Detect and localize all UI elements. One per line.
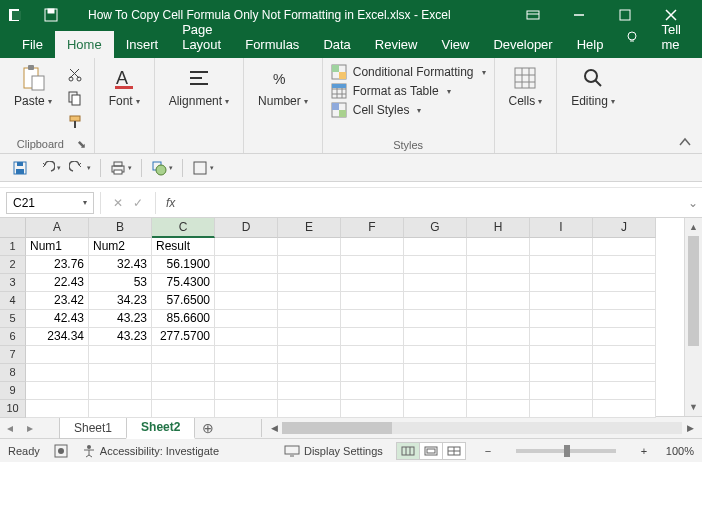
cell[interactable] (593, 256, 656, 274)
format-as-table-button[interactable]: Format as Table▾ (331, 83, 486, 99)
alignment-button[interactable]: Alignment▾ (163, 62, 235, 110)
cell[interactable] (404, 364, 467, 382)
chevron-down-icon[interactable]: ▾ (83, 198, 87, 207)
cell[interactable] (593, 310, 656, 328)
cell[interactable] (278, 328, 341, 346)
save-button[interactable] (8, 157, 32, 179)
ribbon-options-icon[interactable] (510, 0, 556, 30)
tab-formulas[interactable]: Formulas (233, 31, 311, 58)
cell[interactable]: 234.34 (26, 328, 89, 346)
cell[interactable]: 22.43 (26, 274, 89, 292)
cell[interactable] (530, 400, 593, 418)
cell[interactable]: 23.42 (26, 292, 89, 310)
cell[interactable] (89, 400, 152, 418)
copy-button[interactable] (64, 88, 86, 108)
cell[interactable] (530, 274, 593, 292)
cell[interactable] (467, 256, 530, 274)
conditional-formatting-button[interactable]: Conditional Formatting▾ (331, 64, 486, 80)
cell[interactable] (404, 346, 467, 364)
cell[interactable] (152, 346, 215, 364)
cell[interactable] (593, 274, 656, 292)
cell[interactable] (530, 364, 593, 382)
cell[interactable] (341, 256, 404, 274)
cell[interactable] (530, 382, 593, 400)
name-box-input[interactable] (13, 196, 63, 210)
cell[interactable] (152, 400, 215, 418)
cell[interactable] (404, 274, 467, 292)
format-painter-button[interactable] (64, 112, 86, 132)
cell[interactable] (593, 292, 656, 310)
enter-formula-icon[interactable]: ✓ (133, 196, 143, 210)
row-header[interactable]: 8 (0, 364, 26, 382)
col-header[interactable]: G (404, 218, 467, 238)
cell[interactable] (26, 400, 89, 418)
number-button[interactable]: % Number▾ (252, 62, 314, 110)
cell[interactable] (215, 364, 278, 382)
cell[interactable] (341, 364, 404, 382)
col-header[interactable]: D (215, 218, 278, 238)
tab-file[interactable]: File (10, 31, 55, 58)
row-header[interactable]: 2 (0, 256, 26, 274)
cell[interactable] (278, 310, 341, 328)
redo-button[interactable]: ▾ (68, 157, 92, 179)
cell[interactable] (341, 310, 404, 328)
cell[interactable]: 43.23 (89, 328, 152, 346)
cell[interactable]: 277.5700 (152, 328, 215, 346)
cell[interactable] (215, 292, 278, 310)
tab-data[interactable]: Data (311, 31, 362, 58)
cell[interactable]: 34.23 (89, 292, 152, 310)
sheet-nav-next[interactable]: ▸ (20, 421, 40, 435)
tab-review[interactable]: Review (363, 31, 430, 58)
cells-button[interactable]: Cells▾ (503, 62, 549, 110)
font-button[interactable]: A Font▾ (103, 62, 146, 110)
cell[interactable] (467, 382, 530, 400)
editing-button[interactable]: Editing▾ (565, 62, 621, 110)
cell[interactable] (278, 238, 341, 256)
sheet-nav-prev[interactable]: ◂ (0, 421, 20, 435)
scrollbar-thumb[interactable] (282, 422, 392, 434)
display-settings-button[interactable]: Display Settings (284, 445, 383, 457)
expand-formula-bar-icon[interactable]: ⌄ (684, 196, 702, 210)
cell[interactable] (341, 346, 404, 364)
fx-icon[interactable]: fx (156, 196, 185, 210)
row-header[interactable]: 10 (0, 400, 26, 418)
cell[interactable] (593, 346, 656, 364)
lightbulb-icon[interactable] (615, 24, 649, 50)
cell[interactable] (26, 346, 89, 364)
col-header[interactable]: H (467, 218, 530, 238)
sheet-tab[interactable]: Sheet1 (59, 417, 127, 439)
cell[interactable]: Result (152, 238, 215, 256)
sheet-tab[interactable]: Sheet2 (126, 416, 195, 439)
paste-button[interactable]: Paste▾ (8, 62, 58, 110)
cell[interactable]: 23.76 (26, 256, 89, 274)
cell[interactable] (467, 346, 530, 364)
scroll-up-icon[interactable]: ▲ (685, 218, 702, 236)
zoom-slider-handle[interactable] (564, 445, 570, 457)
tab-page-layout[interactable]: Page Layout (170, 16, 233, 58)
cell[interactable]: 85.6600 (152, 310, 215, 328)
cell[interactable] (593, 328, 656, 346)
cell[interactable] (593, 364, 656, 382)
cell[interactable] (215, 274, 278, 292)
qat-shape-button[interactable]: ▾ (150, 157, 174, 179)
cell[interactable] (530, 256, 593, 274)
formula-input[interactable] (185, 192, 684, 214)
col-header[interactable]: B (89, 218, 152, 238)
cell[interactable] (467, 292, 530, 310)
cell[interactable] (467, 328, 530, 346)
cell[interactable] (89, 382, 152, 400)
cell[interactable] (467, 364, 530, 382)
cell[interactable] (530, 292, 593, 310)
cell[interactable] (278, 400, 341, 418)
row-header[interactable]: 6 (0, 328, 26, 346)
cell[interactable] (278, 382, 341, 400)
cell[interactable]: 56.1900 (152, 256, 215, 274)
cell[interactable] (341, 382, 404, 400)
cancel-formula-icon[interactable]: ✕ (113, 196, 123, 210)
cell[interactable] (341, 274, 404, 292)
cell[interactable]: Num1 (26, 238, 89, 256)
cell[interactable] (530, 328, 593, 346)
name-box[interactable]: ▾ (6, 192, 94, 214)
view-page-layout-button[interactable] (419, 442, 443, 460)
cell[interactable] (467, 310, 530, 328)
